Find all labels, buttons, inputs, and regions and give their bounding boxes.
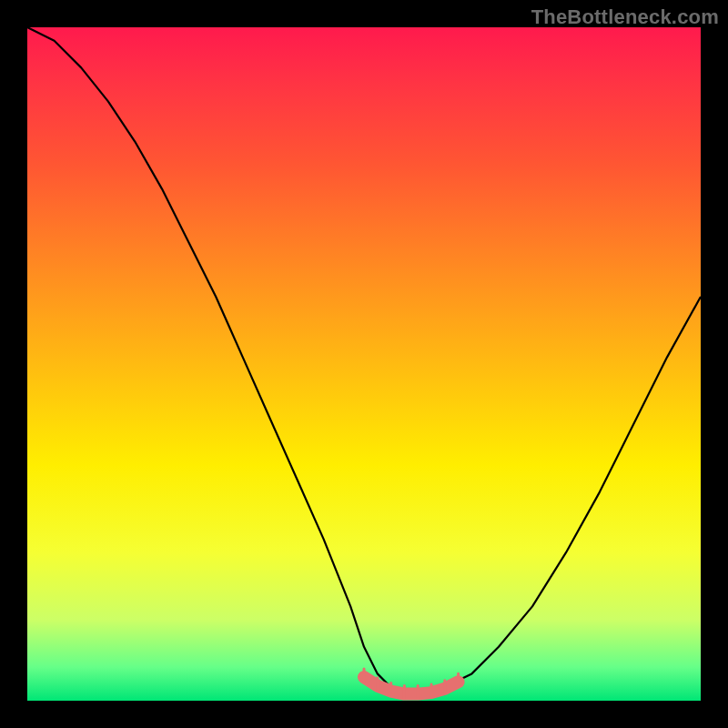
watermark-text: TheBottleneck.com xyxy=(531,5,719,29)
chart-stage: TheBottleneck.com xyxy=(0,0,728,728)
plot-area xyxy=(27,27,701,701)
bottleneck-curve xyxy=(27,27,701,694)
curve-layer xyxy=(27,27,701,701)
